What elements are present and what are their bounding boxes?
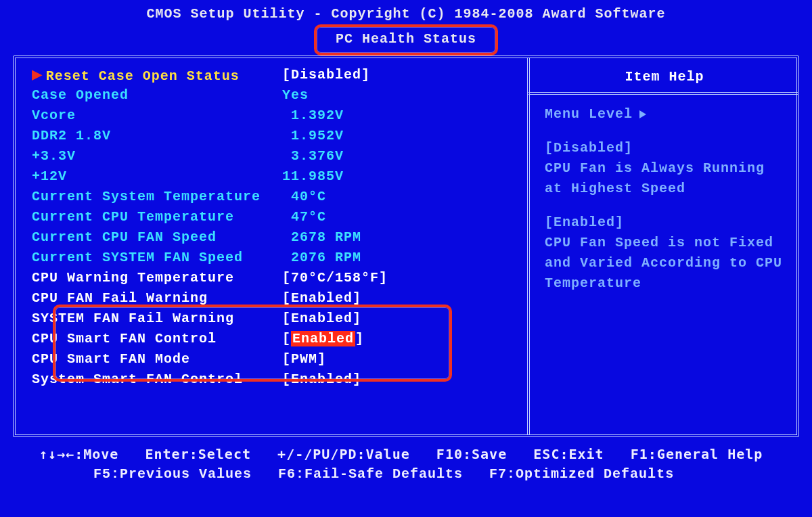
setting-value: 47°C	[282, 207, 515, 227]
setting-row: Current CPU Temperature 47°C	[32, 207, 515, 227]
bios-screen: CMOS Setup Utility - Copyright (C) 1984-…	[0, 0, 812, 517]
setting-row[interactable]: CPU Smart FAN Control[Enabled]	[32, 329, 515, 349]
help-section-head: [Disabled]	[545, 138, 784, 158]
main-frame: ▶Reset Case Open Status[Disabled]Case Op…	[13, 55, 799, 437]
setting-row[interactable]: CPU Warning Temperature[70°C/158°F]	[32, 268, 515, 288]
setting-row: +12V11.985V	[32, 166, 515, 187]
chevron-right-icon	[633, 106, 646, 122]
setting-row: Vcore 1.392V	[32, 106, 515, 126]
setting-label: CPU FAN Fail Warning	[32, 288, 282, 309]
help-section: [Enabled]CPU Fan Speed is not Fixed and …	[545, 212, 784, 294]
setting-row: Case OpenedYes	[32, 85, 515, 106]
setting-value: 3.376V	[282, 146, 515, 166]
menu-level-label: Menu Level	[545, 106, 633, 122]
setting-value[interactable]: [Disabled]	[282, 65, 515, 85]
setting-label: CPU Warning Temperature	[32, 268, 282, 288]
help-section-body: CPU Fan Speed is not Fixed and Varied Ac…	[545, 233, 784, 294]
setting-label: DDR2 1.8V	[32, 126, 282, 146]
setting-label: Current CPU FAN Speed	[32, 227, 282, 248]
setting-value: 1.952V	[282, 126, 515, 146]
setting-row: Current CPU FAN Speed 2678 RPM	[32, 227, 515, 248]
setting-value: 2076 RPM	[282, 248, 515, 268]
selected-value[interactable]: Enabled	[291, 331, 355, 346]
help-section-head: [Enabled]	[545, 212, 784, 233]
setting-label: CPU Smart FAN Control	[32, 329, 282, 349]
setting-label: Current SYSTEM FAN Speed	[32, 248, 282, 268]
setting-label: Current System Temperature	[32, 187, 282, 207]
setting-value: 40°C	[282, 187, 515, 207]
help-title: Item Help	[545, 65, 784, 92]
setting-value: 1.392V	[282, 106, 515, 126]
setting-row[interactable]: SYSTEM FAN Fail Warning[Enabled]	[32, 309, 515, 329]
setting-value: 11.985V	[282, 166, 515, 187]
help-pane: Item Help Menu Level [Disabled]CPU Fan i…	[530, 58, 796, 434]
setting-row[interactable]: ▶Reset Case Open Status[Disabled]	[32, 65, 515, 85]
setting-value[interactable]: [70°C/158°F]	[282, 268, 515, 288]
footer-line-1: ↑↓→←:Move Enter:Select +/-/PU/PD:Value F…	[39, 444, 800, 464]
help-section-body: CPU Fan is Always Running at Highest Spe…	[545, 158, 784, 199]
setting-label: +3.3V	[32, 146, 282, 166]
setting-label: Case Opened	[32, 85, 282, 106]
setting-value[interactable]: [Enabled]	[282, 288, 515, 309]
setting-row: DDR2 1.8V 1.952V	[32, 126, 515, 146]
help-section: [Disabled]CPU Fan is Always Running at H…	[545, 138, 784, 199]
setting-value[interactable]: [Enabled]	[282, 329, 515, 349]
header-copyright: CMOS Setup Utility - Copyright (C) 1984-…	[12, 4, 800, 24]
setting-row[interactable]: CPU FAN Fail Warning[Enabled]	[32, 288, 515, 309]
setting-label: Vcore	[32, 106, 282, 126]
setting-value: Yes	[282, 85, 515, 106]
footer-keys: ↑↓→←:Move Enter:Select +/-/PU/PD:Value F…	[12, 444, 800, 485]
footer-line-2: F5:Previous Values F6:Fail-Safe Defaults…	[39, 464, 800, 485]
setting-label: Current CPU Temperature	[32, 207, 282, 227]
setting-row[interactable]: System Smart FAN Control[Enabled]	[32, 369, 515, 390]
setting-value[interactable]: [Enabled]	[282, 309, 515, 329]
setting-label: System Smart FAN Control	[32, 369, 282, 390]
setting-label: ▶Reset Case Open Status	[32, 65, 282, 85]
setting-label: +12V	[32, 166, 282, 187]
page-title-wrap: PC Health Status	[12, 24, 800, 55]
setting-value: 2678 RPM	[282, 227, 515, 248]
setting-row[interactable]: CPU Smart FAN Mode[PWM]	[32, 349, 515, 369]
page-title: PC Health Status	[314, 24, 498, 55]
setting-label: SYSTEM FAN Fail Warning	[32, 309, 282, 329]
setting-row: +3.3V 3.376V	[32, 146, 515, 166]
caret-icon: ▶	[32, 65, 46, 85]
setting-label: CPU Smart FAN Mode	[32, 349, 282, 369]
setting-row: Current SYSTEM FAN Speed 2076 RPM	[32, 248, 515, 268]
settings-pane: ▶Reset Case Open Status[Disabled]Case Op…	[16, 58, 530, 434]
setting-row: Current System Temperature 40°C	[32, 187, 515, 207]
setting-value[interactable]: [Enabled]	[282, 369, 515, 390]
setting-value[interactable]: [PWM]	[282, 349, 515, 369]
